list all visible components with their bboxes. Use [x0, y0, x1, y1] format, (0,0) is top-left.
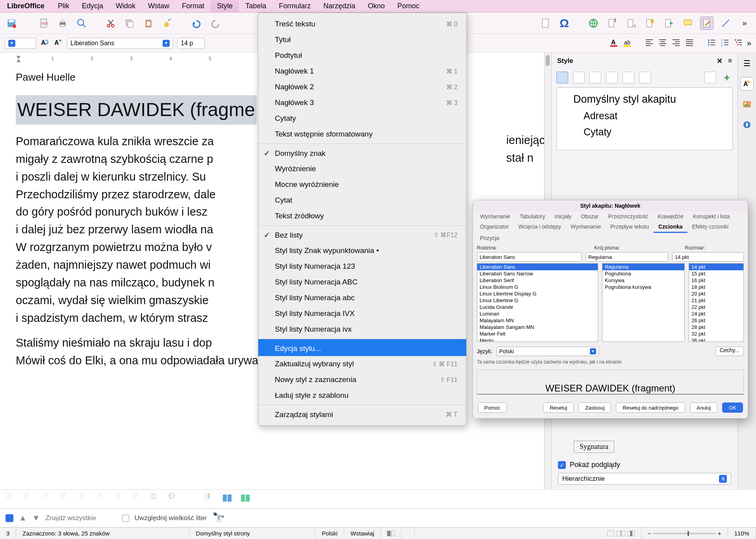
zoom-slider[interactable]: − + — [641, 528, 728, 539]
export-pdf-button[interactable]: PDF — [37, 17, 50, 30]
menu-tabela[interactable]: Tabela — [239, 0, 272, 12]
list-item[interactable]: Malayalam Sangam MN — [477, 324, 598, 330]
list-item[interactable]: 14 pkt — [689, 264, 743, 270]
dialog-tab[interactable]: Wyrównanie — [475, 211, 515, 222]
menu-item[interactable]: Tekst wstępnie sformatowany — [258, 126, 466, 142]
ok-button[interactable]: OK — [722, 402, 743, 413]
list-item[interactable]: 20 pkt — [689, 290, 743, 297]
print-button[interactable] — [56, 17, 69, 30]
align-center-icon[interactable] — [658, 38, 667, 48]
dialog-tab[interactable]: Efekty czcionki — [687, 222, 734, 233]
menu-item[interactable]: Mocne wyróżnienie — [258, 177, 466, 192]
match-case-checkbox[interactable] — [122, 515, 129, 522]
list-item[interactable]: Pogrubiona — [602, 270, 684, 277]
dialog-tab[interactable]: Krawędzie — [653, 211, 688, 222]
menu-narzedzia[interactable]: Narzędzia — [317, 0, 361, 12]
menu-item[interactable]: Zaktualizuj wybrany styl⇧ ⌘ F11 — [258, 356, 466, 372]
list-item[interactable]: 26 pkt — [689, 317, 743, 324]
list-item[interactable]: Malayalam MN — [477, 317, 598, 324]
menu-edycja[interactable]: Edycja — [76, 0, 109, 12]
track-changes-icon[interactable] — [700, 17, 713, 30]
style-item[interactable]: Adresat — [562, 108, 727, 124]
view-layout-cell[interactable] — [601, 528, 641, 539]
gallery-tab-icon[interactable] — [740, 98, 754, 111]
font-name-combo[interactable]: Liberation Sans▼ — [67, 38, 173, 49]
align-right-icon[interactable] — [671, 38, 681, 48]
list-item[interactable]: 36 pkt — [689, 337, 743, 342]
signature-cell[interactable] — [402, 528, 415, 539]
navigator-tab-icon[interactable] — [740, 118, 754, 131]
outline-list-icon[interactable] — [734, 38, 743, 48]
menu-item[interactable]: Styl listy Numeracja IVX — [258, 306, 466, 321]
size-input[interactable] — [672, 252, 744, 262]
list-item[interactable]: Marker Felt — [477, 330, 598, 337]
page-style-cell[interactable]: Domyślny styl strony — [189, 528, 315, 539]
dialog-tab[interactable]: Wyrównanie — [566, 222, 606, 233]
help-button[interactable]: Pomoc — [478, 402, 507, 413]
list-item[interactable]: Liberation Sans — [477, 264, 598, 270]
page-number-cell[interactable]: 3 — [0, 528, 16, 539]
list-item[interactable]: Pogrubiona kursywa — [602, 284, 684, 290]
undo-button[interactable] — [190, 17, 203, 30]
tc-protect-icon[interactable] — [240, 493, 253, 506]
list-item[interactable]: Liberation Sans Narrow — [477, 270, 598, 277]
tc-accept-icon[interactable]: 📄 — [78, 493, 91, 506]
list-item[interactable]: 32 pkt — [689, 330, 743, 337]
style-item[interactable]: Domyślny styl akapitu — [562, 91, 727, 108]
language-combo[interactable]: Polski▼ — [497, 347, 599, 356]
special-char-icon[interactable]: Ω — [558, 17, 571, 30]
list-item[interactable]: Linux Libertine G — [477, 297, 598, 304]
update-style-icon[interactable]: A — [40, 38, 50, 48]
tc-merge-icon[interactable] — [222, 493, 235, 506]
menu-item[interactable]: ✓Domyślny znak — [258, 144, 466, 161]
tc-prev-icon[interactable]: 📄 — [42, 493, 54, 506]
dialog-tab[interactable]: Inicjały — [550, 211, 576, 222]
list-item[interactable]: 18 pkt — [689, 284, 743, 290]
tc-show-icon[interactable]: 📄 — [6, 493, 18, 506]
styles-tab-icon[interactable]: A — [740, 77, 754, 90]
menu-style[interactable]: Style — [211, 0, 239, 12]
list-item[interactable]: Luminari — [477, 310, 598, 317]
list-item[interactable]: Lucida Grande — [477, 304, 598, 310]
menu-item[interactable]: Tekst źródłowy — [258, 208, 466, 224]
bookmark-icon[interactable] — [643, 17, 657, 30]
overflow-icon[interactable]: » — [738, 17, 751, 30]
page-styles-icon[interactable] — [606, 72, 618, 83]
cut-button[interactable] — [104, 17, 117, 30]
endnote-icon[interactable]: -1 — [624, 17, 638, 30]
menu-item[interactable]: Podtytuł — [258, 48, 466, 63]
menu-item[interactable]: Nagłówek 2⌘ 2 — [258, 79, 466, 95]
dialog-tab[interactable]: Pozycja — [475, 233, 504, 243]
menu-item[interactable]: Wyróżnienie — [258, 161, 466, 177]
scrollbar-thumb[interactable] — [546, 55, 550, 66]
align-justify-icon[interactable] — [685, 38, 694, 48]
list-item[interactable]: Liberation Serif — [477, 277, 598, 284]
tc-reject-icon[interactable]: 📄 — [96, 493, 109, 506]
tc-manage-icon[interactable]: 📋 — [150, 493, 163, 506]
paragraph-styles-icon[interactable] — [556, 72, 568, 83]
tc-next-icon[interactable]: 📄 — [60, 493, 72, 506]
dialog-tab-czcionka[interactable]: Czcionka — [654, 222, 687, 233]
dialog-tab[interactable]: Przepływ tekstu — [606, 222, 654, 233]
list-item[interactable]: 24 pkt — [689, 310, 743, 317]
menu-item[interactable]: Styl listy Numeracja ABC — [258, 274, 466, 290]
hyperlink-icon[interactable] — [587, 17, 600, 30]
page-break-icon[interactable] — [539, 17, 552, 30]
features-button[interactable]: Cechy... — [715, 347, 744, 356]
family-input[interactable] — [477, 252, 582, 262]
number-list-icon[interactable]: 123 — [720, 38, 730, 48]
menu-icon[interactable]: ≡ — [728, 57, 732, 65]
menu-item[interactable]: Nagłówek 3⌘ 3 — [258, 95, 466, 111]
tc-comment-icon[interactable]: 💬 — [169, 493, 181, 506]
menu-item[interactable]: ✓Bez listy⇧ ⌘F12 — [258, 225, 466, 243]
redo-button[interactable] — [209, 17, 222, 30]
tc-reject-all-icon[interactable]: 📄 — [132, 493, 145, 506]
zoom-in-icon[interactable]: + — [718, 530, 721, 537]
list-styles-icon[interactable] — [623, 72, 634, 83]
reset-parent-button[interactable]: Resetuj do nadrzędnego — [616, 402, 685, 413]
menu-item-edit-style[interactable]: Edycja stylu... — [258, 339, 466, 356]
dialog-tab[interactable]: Obszar — [576, 211, 603, 222]
typeface-input[interactable] — [586, 252, 668, 262]
style-list[interactable]: Domyślny styl akapitu Adresat Cytaty — [556, 87, 733, 150]
menu-widok[interactable]: Widok — [109, 0, 142, 12]
